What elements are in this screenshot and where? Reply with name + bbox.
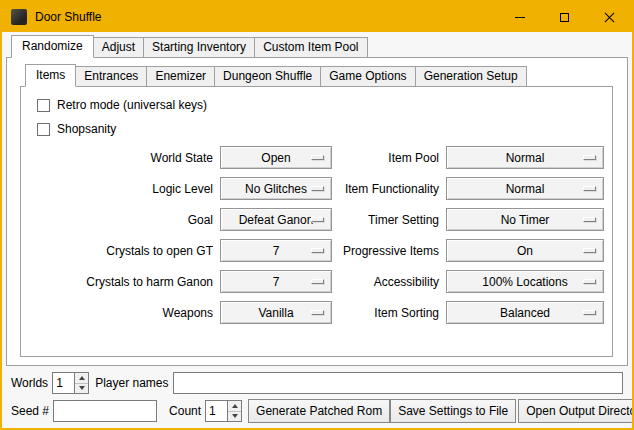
item-pool-label: Item Pool bbox=[339, 151, 439, 165]
timer-setting-label: Timer Setting bbox=[339, 213, 439, 227]
count-input[interactable] bbox=[206, 401, 227, 421]
dropdown-indicator-icon bbox=[311, 217, 324, 222]
randomize-pane: Items Entrances Enemizer Dungeon Shuffle… bbox=[6, 58, 628, 366]
tab-items[interactable]: Items bbox=[25, 64, 76, 87]
timer-setting-dropdown[interactable]: No Timer bbox=[446, 208, 604, 231]
progressive-items-label: Progressive Items bbox=[339, 244, 439, 258]
maximize-icon bbox=[560, 13, 569, 22]
tab-dungeon-shuffle[interactable]: Dungeon Shuffle bbox=[214, 66, 321, 87]
player-names-label: Player names bbox=[95, 376, 168, 390]
logic-level-label: Logic Level bbox=[27, 182, 213, 196]
count-spin-up-button[interactable] bbox=[228, 401, 241, 411]
down-arrow-icon bbox=[79, 386, 85, 390]
secondary-tabstrip: Items Entrances Enemizer Dungeon Shuffle… bbox=[20, 63, 613, 87]
count-spin-down-button[interactable] bbox=[228, 411, 241, 422]
crystals-harm-ganon-label: Crystals to harm Ganon bbox=[27, 275, 213, 289]
checkbox-icon bbox=[37, 99, 50, 112]
tab-adjust[interactable]: Adjust bbox=[93, 37, 144, 58]
accessibility-dropdown[interactable]: 100% Locations bbox=[446, 270, 604, 293]
options-grid: World State Open Item Pool Normal Logic … bbox=[27, 146, 606, 324]
checkbox-icon bbox=[37, 123, 50, 136]
item-functionality-label: Item Functionality bbox=[339, 182, 439, 196]
checkbox-label: Retro mode (universal keys) bbox=[57, 98, 207, 112]
dropdown-indicator-icon bbox=[583, 217, 596, 222]
primary-notebook: Randomize Adjust Starting Inventory Cust… bbox=[6, 34, 628, 366]
titlebar: Door Shuffle bbox=[2, 2, 632, 32]
tab-starting-inventory[interactable]: Starting Inventory bbox=[143, 37, 255, 58]
item-pool-dropdown[interactable]: Normal bbox=[446, 146, 604, 169]
dropdown-indicator-icon bbox=[311, 279, 324, 284]
goal-dropdown[interactable]: Defeat Ganon bbox=[220, 208, 332, 231]
dropdown-indicator-icon bbox=[583, 155, 596, 160]
app-icon bbox=[11, 9, 27, 25]
caption-buttons bbox=[497, 2, 632, 32]
close-icon bbox=[604, 12, 615, 23]
weapons-label: Weapons bbox=[27, 306, 213, 320]
maximize-button[interactable] bbox=[542, 2, 587, 32]
tab-generation-setup[interactable]: Generation Setup bbox=[415, 66, 527, 87]
secondary-notebook: Items Entrances Enemizer Dungeon Shuffle… bbox=[20, 63, 613, 357]
seed-label: Seed # bbox=[11, 404, 49, 418]
shopsanity-checkbox[interactable]: Shopsanity bbox=[37, 122, 606, 136]
worlds-label: Worlds bbox=[11, 376, 48, 390]
tab-entrances[interactable]: Entrances bbox=[75, 66, 147, 87]
dropdown-indicator-icon bbox=[583, 186, 596, 191]
tab-enemizer[interactable]: Enemizer bbox=[146, 66, 215, 87]
worlds-input[interactable] bbox=[53, 373, 74, 393]
window-title: Door Shuffle bbox=[35, 10, 497, 24]
progressive-items-dropdown[interactable]: On bbox=[446, 239, 604, 262]
logic-level-dropdown[interactable]: No Glitches bbox=[220, 177, 332, 200]
primary-tabstrip: Randomize Adjust Starting Inventory Cust… bbox=[6, 34, 628, 58]
up-arrow-icon bbox=[232, 404, 238, 408]
tab-custom-item-pool[interactable]: Custom Item Pool bbox=[254, 37, 367, 58]
dropdown-indicator-icon bbox=[583, 310, 596, 315]
checkbox-label: Shopsanity bbox=[57, 122, 116, 136]
world-state-label: World State bbox=[27, 151, 213, 165]
seed-row: Seed # Count Generate Patched Rom Save S… bbox=[11, 399, 623, 423]
minimize-button[interactable] bbox=[497, 2, 542, 32]
dropdown-indicator-icon bbox=[311, 310, 324, 315]
worlds-row: Worlds Player names bbox=[11, 372, 623, 394]
player-names-input[interactable] bbox=[173, 372, 624, 394]
worlds-spin-down-button[interactable] bbox=[75, 383, 88, 394]
item-sorting-dropdown[interactable]: Balanced bbox=[446, 301, 604, 324]
count-label: Count bbox=[169, 404, 201, 418]
worlds-spin-up-button[interactable] bbox=[75, 373, 88, 383]
item-sorting-label: Item Sorting bbox=[339, 306, 439, 320]
open-output-directory-button[interactable]: Open Output Directory bbox=[518, 399, 634, 423]
weapons-dropdown[interactable]: Vanilla bbox=[220, 301, 332, 324]
dropdown-indicator-icon bbox=[311, 248, 324, 253]
crystals-harm-ganon-dropdown[interactable]: 7 bbox=[220, 270, 332, 293]
window: Door Shuffle Randomize Adjust Starting I… bbox=[0, 0, 634, 430]
worlds-spinbox bbox=[52, 372, 89, 394]
tab-game-options[interactable]: Game Options bbox=[320, 66, 415, 87]
crystals-open-gt-label: Crystals to open GT bbox=[27, 244, 213, 258]
dropdown-indicator-icon bbox=[311, 186, 324, 191]
retro-mode-checkbox[interactable]: Retro mode (universal keys) bbox=[37, 98, 606, 112]
minimize-icon bbox=[515, 17, 525, 18]
item-functionality-dropdown[interactable]: Normal bbox=[446, 177, 604, 200]
generate-patched-rom-button[interactable]: Generate Patched Rom bbox=[248, 399, 390, 423]
seed-input[interactable] bbox=[53, 400, 157, 422]
dropdown-indicator-icon bbox=[583, 279, 596, 284]
footer: Worlds Player names Seed # Count bbox=[6, 366, 628, 428]
accessibility-label: Accessibility bbox=[339, 275, 439, 289]
up-arrow-icon bbox=[79, 376, 85, 380]
down-arrow-icon bbox=[232, 414, 238, 418]
close-button[interactable] bbox=[587, 2, 632, 32]
items-pane: Retro mode (universal keys) Shopsanity W… bbox=[20, 87, 613, 357]
dropdown-indicator-icon bbox=[583, 248, 596, 253]
crystals-open-gt-dropdown[interactable]: 7 bbox=[220, 239, 332, 262]
save-settings-button[interactable]: Save Settings to File bbox=[390, 399, 516, 423]
world-state-dropdown[interactable]: Open bbox=[220, 146, 332, 169]
dropdown-indicator-icon bbox=[311, 155, 324, 160]
window-body: Randomize Adjust Starting Inventory Cust… bbox=[2, 32, 632, 428]
count-spinbox bbox=[205, 400, 242, 422]
tab-randomize[interactable]: Randomize bbox=[11, 35, 94, 58]
goal-label: Goal bbox=[27, 213, 213, 227]
